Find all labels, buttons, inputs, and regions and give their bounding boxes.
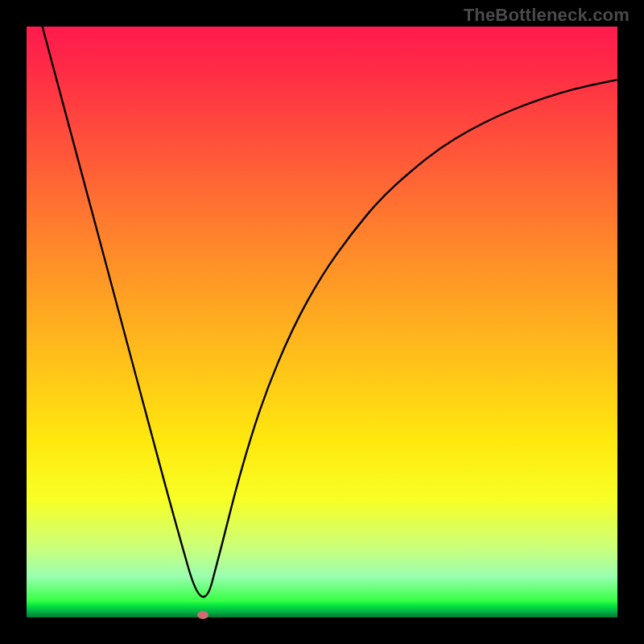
bottleneck-curve: [27, 27, 617, 617]
chart-frame: TheBottleneck.com: [0, 0, 644, 644]
bottleneck-curve-path: [27, 27, 617, 597]
bottleneck-minimum-marker: [197, 611, 208, 619]
watermark-label: TheBottleneck.com: [464, 5, 630, 26]
